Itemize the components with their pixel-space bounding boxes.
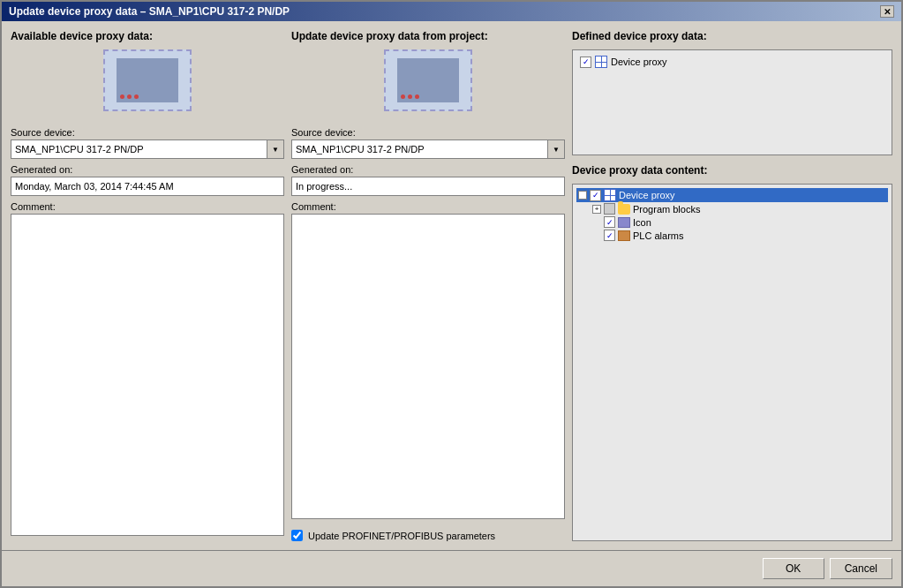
tree-item-plc-alarms[interactable]: ✓ PLC alarms [576, 229, 888, 242]
middle-generated-on-row: Generated on: In progress... [291, 164, 565, 196]
defined-box: ✓ Device proxy [572, 49, 892, 155]
right-panel: Defined device proxy data: ✓ Device prox… [572, 30, 892, 541]
left-source-device-dropdown[interactable]: ▼ [267, 139, 284, 159]
middle-panel-title: Update device proxy data from project: [291, 30, 565, 42]
left-comment-row: Comment: [11, 201, 284, 536]
update-params-label: Update PROFINET/PROFIBUS parameters [308, 531, 495, 541]
dot-3 [134, 94, 139, 99]
middle-device-thumbnail [384, 49, 472, 111]
expand-device-proxy[interactable]: − [578, 191, 587, 200]
label-plc-alarms: PLC alarms [633, 230, 683, 241]
icon-plc-alarms [618, 230, 630, 241]
close-button[interactable]: ✕ [880, 5, 894, 18]
update-params-checkbox[interactable] [291, 530, 303, 541]
dot-4 [401, 94, 405, 99]
middle-device-inner [397, 58, 459, 102]
middle-device-dots [401, 94, 419, 99]
middle-generated-on-value: In progress... [291, 177, 565, 196]
left-panel: Available device proxy data: Sourc [11, 30, 284, 541]
left-source-device-label: Source device: [11, 127, 284, 138]
title-bar: Update device proxy data – SMA_NP1\CPU 3… [2, 2, 901, 21]
dot-5 [408, 94, 412, 99]
cb-program-blocks[interactable] [604, 203, 615, 215]
middle-comment-label: Comment: [291, 201, 565, 212]
content-title: Device proxy data content: [572, 164, 892, 177]
left-device-dots [120, 94, 139, 99]
left-source-device-field: SMA_NP1\CPU 317-2 PN/DP ▼ [11, 139, 284, 159]
left-panel-title: Available device proxy data: [11, 30, 284, 42]
main-content: Available device proxy data: Sourc [2, 21, 901, 550]
window-title: Update device proxy data – SMA_NP1\CPU 3… [9, 5, 290, 18]
middle-source-device-value: SMA_NP1\CPU 317-2 PN/DP [291, 139, 547, 159]
left-comment-area[interactable] [11, 214, 284, 536]
close-icon: ✕ [884, 7, 891, 17]
defined-title: Defined device proxy data: [572, 30, 892, 42]
left-generated-on-label: Generated on: [11, 164, 284, 175]
left-thumbnail-container [11, 49, 284, 120]
dot-6 [415, 94, 419, 99]
main-window: Update device proxy data – SMA_NP1\CPU 3… [0, 0, 903, 588]
defined-device-proxy: ✓ Device proxy [576, 54, 888, 70]
left-source-device-value: SMA_NP1\CPU 317-2 PN/DP [11, 139, 267, 159]
dot-2 [127, 94, 132, 99]
ok-button[interactable]: OK [763, 558, 824, 579]
label-icon: Icon [633, 217, 651, 228]
middle-thumbnail-container [291, 49, 565, 120]
label-program-blocks: Program blocks [633, 204, 700, 215]
left-comment-label: Comment: [11, 201, 284, 212]
tree-item-device-proxy[interactable]: − ✓ Device proxy [576, 188, 888, 202]
left-generated-on-row: Generated on: Monday, March 03, 2014 7:4… [11, 164, 284, 196]
left-source-device-row: Source device: SMA_NP1\CPU 317-2 PN/DP ▼ [11, 127, 284, 159]
left-device-thumbnail [103, 49, 192, 111]
middle-source-device-label: Source device: [291, 127, 565, 138]
icon-program-blocks [618, 204, 630, 215]
cb-plc-alarms[interactable]: ✓ [604, 230, 615, 241]
middle-source-device-dropdown[interactable]: ▼ [547, 139, 565, 159]
tree-container: − ✓ Device proxy + [572, 184, 892, 541]
bottom-bar: OK Cancel [2, 550, 901, 586]
defined-checkbox[interactable]: ✓ [580, 57, 591, 68]
update-params-row: Update PROFINET/PROFIBUS parameters [291, 530, 565, 541]
middle-source-device-field: SMA_NP1\CPU 317-2 PN/DP ▼ [291, 139, 565, 159]
middle-panel: Update device proxy data from project: [291, 30, 565, 541]
icon-device-proxy [604, 189, 616, 201]
expand-program-blocks[interactable]: + [592, 205, 601, 214]
middle-source-device-row: Source device: SMA_NP1\CPU 317-2 PN/DP ▼ [291, 127, 565, 159]
middle-comment-textarea[interactable] [291, 214, 565, 519]
left-generated-on-value: Monday, March 03, 2014 7:44:45 AM [11, 177, 284, 196]
dot-1 [120, 94, 124, 99]
defined-device-icon [595, 56, 607, 68]
label-device-proxy: Device proxy [619, 190, 675, 200]
tree-item-program-blocks[interactable]: + Program blocks [576, 202, 888, 215]
cancel-button[interactable]: Cancel [830, 558, 892, 579]
cb-icon[interactable]: ✓ [604, 216, 615, 228]
panels-container: Available device proxy data: Sourc [11, 30, 892, 541]
tree-item-icon[interactable]: ✓ Icon [576, 215, 888, 229]
middle-generated-on-label: Generated on: [291, 164, 565, 175]
icon-icon [618, 217, 630, 228]
defined-device-proxy-label: Device proxy [611, 57, 667, 67]
left-device-inner [117, 58, 178, 102]
middle-comment-row: Comment: [291, 201, 565, 519]
cb-device-proxy[interactable]: ✓ [590, 190, 601, 201]
